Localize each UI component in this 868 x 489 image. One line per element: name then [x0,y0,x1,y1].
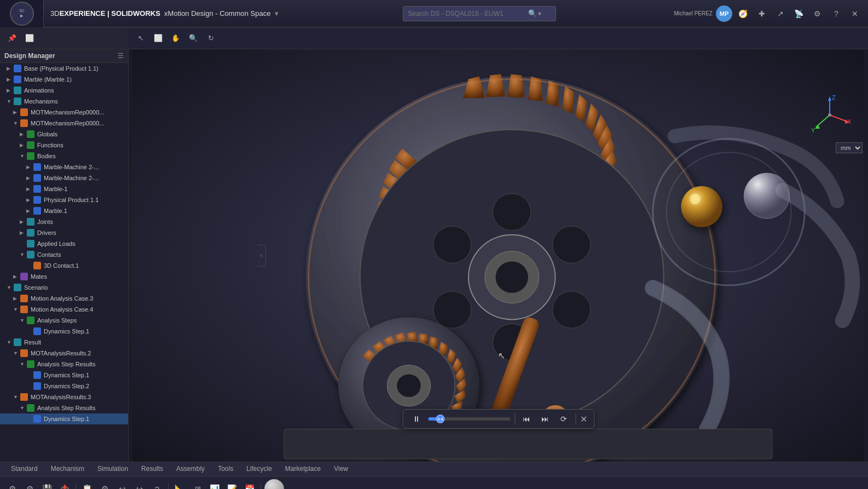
tree-item-motcase4[interactable]: ▼ Motion Analysis Case.4 [0,304,128,315]
broadcast-icon[interactable]: 📡 [791,6,807,21]
expand-icon[interactable]: ⬜ [22,31,37,46]
tool-settings[interactable]: ⚙ [22,481,37,489]
tool-undo[interactable]: ↩ [114,481,130,489]
tool-export[interactable]: 📤 [57,481,72,489]
tab-results[interactable]: Results [135,462,170,476]
tool-measure[interactable]: 📐 [172,481,187,489]
tree-item-result[interactable]: ▼ Result [0,337,128,348]
tree-item-globals[interactable]: ▶ Globals [0,129,128,140]
step-back-button[interactable]: ⏮ [519,412,534,426]
tool-copy[interactable]: 📋 [79,481,95,489]
arrow-marble1b: ▶ [26,208,33,214]
tree-item-dynstep1c[interactable]: Dynamics Step.1 [0,413,128,424]
unit-selector[interactable]: mm cm m in [836,142,863,153]
label-dynstep2: Dynamics Step.2 [44,383,89,389]
viewport-canvas[interactable]: ↖ Z Y X [129,49,868,462]
tree-item-marble2a[interactable]: ▶ Marble-Machine 2-... [0,162,128,172]
tool-save[interactable]: 💾 [39,481,55,489]
help-icon[interactable]: ? [829,6,844,21]
tree-item-motresults2[interactable]: ▼ MOTAnalysisResults.2 [0,348,128,359]
workspace-dropdown-icon[interactable]: ▾ [275,9,279,18]
tree-item-animations[interactable]: ▶ Animations [0,85,128,96]
tree-item-marble1a[interactable]: ▶ Marble-1 [0,183,128,194]
tree-item-bodies[interactable]: ▼ Bodies [0,151,128,162]
tree-item-analysisstepres[interactable]: ▼ Analysis Step Results [0,359,128,370]
tab-lifecycle[interactable]: Lifecycle [240,462,279,476]
tab-mechanism[interactable]: Mechanism [44,462,91,476]
pan-tool[interactable]: ✋ [168,31,183,46]
tool-display[interactable]: 🖥 [189,481,205,489]
tree-item-analysissteps[interactable]: ▼ Analysis Steps [0,315,128,326]
pause-button[interactable]: ⏸ [409,412,424,426]
close-icon[interactable]: ✕ [847,6,863,21]
arrow-physprod: ▶ [26,197,33,203]
cursor-tool[interactable]: ↖ [133,31,148,46]
tool-select[interactable]: ⚙ [4,481,20,489]
select-tool[interactable]: ⬜ [151,31,166,46]
tree-item-marble1[interactable]: ▶ Marble (Marble.1) [0,74,128,85]
tool-sphere[interactable] [264,479,284,489]
playback-slider-track[interactable]: 0.9 [428,417,510,421]
tree-item-drivers[interactable]: ▶ Drivers [0,227,128,238]
tree-item-marble2b[interactable]: ▶ Marble-Machine 2-... [0,172,128,183]
app-logo[interactable]: 3D▶ [10,2,34,26]
zoom-tool[interactable]: 🔍 [186,31,201,46]
tree-item-appliedloads[interactable]: Applied Loads [0,238,128,249]
tree-item-mechanisms[interactable]: ▼ Mechanisms [0,96,128,107]
user-avatar[interactable]: MP [716,5,732,22]
compass-icon[interactable]: 🧭 [736,6,751,21]
icon-dynstep1b [33,371,42,379]
tree-item-analysisstepres2[interactable]: ▼ Analysis Step Results [0,402,128,413]
arrow-scenario: ▼ [7,285,13,290]
tree-item-contact3d[interactable]: 3D Contact.1 [0,260,128,271]
pin-icon[interactable]: 📌 [4,31,20,46]
sidebar-menu-icon[interactable]: ☰ [118,52,124,60]
playback-slider-thumb[interactable]: 0.9 [436,415,445,423]
tree-item-marble1b[interactable]: ▶ Marble.1 [0,205,128,216]
icon-analysissteps [26,316,35,325]
tab-view[interactable]: View [327,462,355,476]
label-base: Base (Physical Product 1.1) [24,65,99,72]
add-icon[interactable]: ✚ [754,6,769,21]
tool-config[interactable]: ⚙ [97,481,112,489]
tree-item-motresults3[interactable]: ▼ MOTAnalysisResults.3 [0,392,128,402]
tree-item-mates[interactable]: ▶ Mates [0,271,128,282]
tree-item-motcase3[interactable]: ▶ Motion Analysis Case.3 [0,293,128,304]
tree-item-contacts[interactable]: ▼ Contacts [0,249,128,260]
tool-calendar[interactable]: 📅 [242,481,257,489]
tree-item-dynstep1[interactable]: Dynamics Step.1 [0,326,128,337]
tool-help[interactable]: ? [149,481,165,489]
tree-item-dynstep1b[interactable]: Dynamics Step.1 [0,370,128,381]
rotate-tool[interactable]: ↻ [203,31,218,46]
search-bar[interactable]: 🔍 ▾ [403,6,556,21]
share-icon[interactable]: ↗ [773,6,788,21]
tree-item-dynstep2[interactable]: Dynamics Step.2 [0,381,128,392]
loop-button[interactable]: ⟳ [557,412,571,426]
tree-item-scenario[interactable]: ▼ Scenario [0,282,128,293]
icon-marble2a [33,163,42,171]
tree-item-functions[interactable]: ▶ Functions [0,140,128,151]
step-forward-button[interactable]: ⏭ [538,412,552,426]
tree-item-mot2[interactable]: ▼ MOTMechanismRep0000... [0,118,128,129]
tree-item-physprod[interactable]: ▶ Physical Product 1.1 [0,194,128,205]
tool-script[interactable]: 📝 [224,481,240,489]
search-dropdown-icon[interactable]: ▾ [538,10,541,18]
label-functions: Functions [37,142,63,148]
tool-redo[interactable]: ↪ [132,481,147,489]
3d-viewport[interactable]: ↖ Z Y X [129,49,868,462]
sidebar-collapse-button[interactable]: ‹ [257,245,266,267]
tab-tools[interactable]: Tools [211,462,240,476]
tab-standard[interactable]: Standard [4,462,44,476]
playback-close-button[interactable]: ✕ [580,414,587,424]
tab-simulation[interactable]: Simulation [91,462,135,476]
tab-marketplace[interactable]: Marketplace [279,462,327,476]
tree-item-joints[interactable]: ▶ Joints [0,216,128,227]
tab-assembly[interactable]: Assembly [170,462,211,476]
settings-icon[interactable]: ⚙ [810,6,825,21]
search-input[interactable] [408,10,528,18]
tree-item-base[interactable]: ▶ Base (Physical Product 1.1) [0,63,128,74]
tool-analyze[interactable]: 📊 [207,481,222,489]
search-icon[interactable]: 🔍 [528,9,537,18]
tree-item-mot1[interactable]: ▶ MOTMechanismRep0000... [0,107,128,118]
label-appliedloads: Applied Loads [37,240,76,247]
